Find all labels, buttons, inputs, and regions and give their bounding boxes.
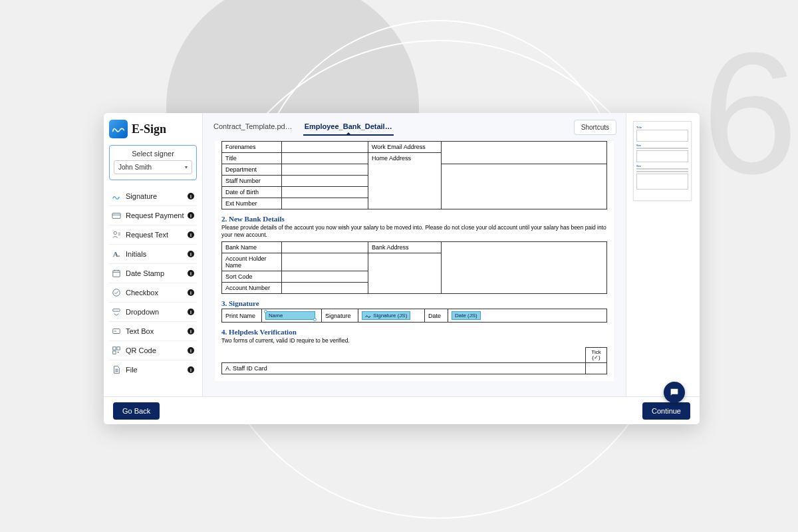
field-label: Department xyxy=(222,164,282,176)
signature-icon xyxy=(112,192,121,201)
logo: E-Sign xyxy=(109,120,197,138)
info-icon[interactable]: i xyxy=(188,289,194,296)
field-label: Work Email Address xyxy=(368,142,442,153)
svg-rect-0 xyxy=(112,213,120,219)
tool-request-payment[interactable]: Request Payment i xyxy=(109,206,197,225)
svg-rect-14 xyxy=(117,347,120,350)
tab-contract-template[interactable]: Contract_Template.pd… xyxy=(212,118,294,136)
field-label: Title xyxy=(222,153,282,164)
info-icon[interactable]: i xyxy=(188,366,194,373)
tool-date-stamp[interactable]: Date Stamp i xyxy=(109,264,197,283)
sidebar: E-Sign Select signer John Smith ▾ Signat… xyxy=(104,113,202,396)
field-label: Staff Number xyxy=(222,176,282,187)
tick-header: Tick(✓) xyxy=(586,348,607,363)
person-text-icon xyxy=(112,230,121,239)
chat-button[interactable] xyxy=(664,382,685,403)
file-icon xyxy=(112,365,121,374)
field-label: Forenames xyxy=(222,142,282,153)
info-icon[interactable]: i xyxy=(188,347,194,354)
qrcode-icon xyxy=(112,346,121,355)
tool-textbox[interactable]: Text Box i xyxy=(109,322,197,341)
tool-initials[interactable]: A.Initials i xyxy=(109,245,197,264)
footer: Go Back Continue xyxy=(104,396,700,424)
tool-file[interactable]: File i xyxy=(109,360,197,379)
info-icon[interactable]: i xyxy=(188,231,194,238)
info-icon[interactable]: i xyxy=(188,309,194,315)
field-label: Account Number xyxy=(222,283,282,294)
signer-label: Select signer xyxy=(114,150,192,158)
chevron-down-icon: ▾ xyxy=(185,164,188,170)
date-field[interactable]: Date (JS) xyxy=(452,311,481,320)
verification-table: Tick(✓) A. Staff ID Card xyxy=(221,347,607,374)
info-icon[interactable]: i xyxy=(188,251,194,257)
document-scroll[interactable]: ForenamesWork Email Address TitleHome Ad… xyxy=(203,136,626,396)
field-label: Home Address xyxy=(368,153,442,209)
tool-dropdown[interactable]: Dropdown i xyxy=(109,303,197,322)
card-icon xyxy=(112,211,121,220)
section2-title: 2. New Bank Details xyxy=(221,215,607,223)
tool-label: Signature xyxy=(126,192,157,200)
info-icon[interactable]: i xyxy=(188,193,194,200)
tool-label: File xyxy=(126,366,138,374)
page-thumbnail[interactable]: Title Sec Sec xyxy=(633,121,692,201)
tool-label: Text Box xyxy=(126,327,154,335)
signature-field[interactable]: Signature (JS) xyxy=(362,311,410,320)
svg-point-2 xyxy=(114,231,116,234)
tool-label: Date Stamp xyxy=(126,269,164,277)
field-label: Account Holder Name xyxy=(222,253,282,271)
dropdown-icon xyxy=(112,307,121,317)
initials-icon: A. xyxy=(112,249,121,259)
tool-qrcode[interactable]: QR Code i xyxy=(109,341,197,360)
document-page: ForenamesWork Email Address TitleHome Ad… xyxy=(215,141,614,381)
info-icon[interactable]: i xyxy=(188,270,194,277)
textbox-icon xyxy=(112,327,121,336)
tab-employee-bank-detail[interactable]: Employee_Bank_Detail… xyxy=(303,118,394,136)
field-label: Ext Number xyxy=(222,198,282,209)
shortcuts-button[interactable]: Shortcuts xyxy=(574,120,616,135)
tool-label: Checkbox xyxy=(126,289,158,297)
employee-details-table: ForenamesWork Email Address TitleHome Ad… xyxy=(221,141,607,209)
section4-title: 4. Helpdesk Verification xyxy=(221,328,607,336)
svg-point-9 xyxy=(113,289,120,297)
tab-bar: Contract_Template.pd… Employee_Bank_Deta… xyxy=(203,113,626,136)
signer-box: Select signer John Smith ▾ xyxy=(109,145,197,180)
field-label: Bank Address xyxy=(368,242,442,253)
tool-label: Initials xyxy=(126,250,146,258)
tool-request-text[interactable]: Request Text i xyxy=(109,225,197,245)
bg-decor-numeral: 6 xyxy=(702,27,798,200)
signature-table: Print Name Name Signature Signature (JS)… xyxy=(221,309,607,323)
svg-rect-13 xyxy=(113,347,116,350)
calendar-icon xyxy=(112,269,121,278)
tool-list: Signature i Request Payment i Request Te… xyxy=(109,187,197,379)
tool-label: QR Code xyxy=(126,346,156,354)
tool-label: Dropdown xyxy=(126,308,159,316)
svg-rect-5 xyxy=(113,271,120,277)
signer-selected: John Smith xyxy=(118,164,152,171)
logo-mark-icon xyxy=(109,120,128,138)
svg-rect-15 xyxy=(113,351,116,354)
info-icon[interactable]: i xyxy=(188,212,194,219)
app-window: E-Sign Select signer John Smith ▾ Signat… xyxy=(104,113,700,424)
svg-rect-16 xyxy=(118,352,119,353)
field-label: Sort Code xyxy=(222,271,282,283)
tool-signature[interactable]: Signature i xyxy=(109,187,197,206)
thumbnail-panel: Title Sec Sec xyxy=(626,113,700,396)
checkbox-icon xyxy=(112,288,121,297)
go-back-button[interactable]: Go Back xyxy=(113,402,160,420)
field-label: Date xyxy=(425,309,448,323)
tool-label: Request Text xyxy=(126,231,168,239)
section4-desc: Two forms of current, valid ID require t… xyxy=(221,337,607,344)
main-row: E-Sign Select signer John Smith ▾ Signat… xyxy=(104,113,700,396)
info-icon[interactable]: i xyxy=(188,328,194,334)
section2-desc: Please provide details of the account yo… xyxy=(221,224,607,239)
bank-details-table: Bank NameBank Address Account Holder Nam… xyxy=(221,241,607,294)
continue-button[interactable]: Continue xyxy=(642,402,690,420)
chat-icon xyxy=(669,387,680,398)
name-field[interactable]: Name xyxy=(265,311,315,320)
field-label: Print Name xyxy=(222,309,262,323)
svg-rect-10 xyxy=(113,309,120,312)
section3-title: 3. Signature xyxy=(221,299,607,307)
tool-checkbox[interactable]: Checkbox i xyxy=(109,283,197,303)
signer-select[interactable]: John Smith ▾ xyxy=(114,160,192,174)
field-label: Bank Name xyxy=(222,242,282,253)
